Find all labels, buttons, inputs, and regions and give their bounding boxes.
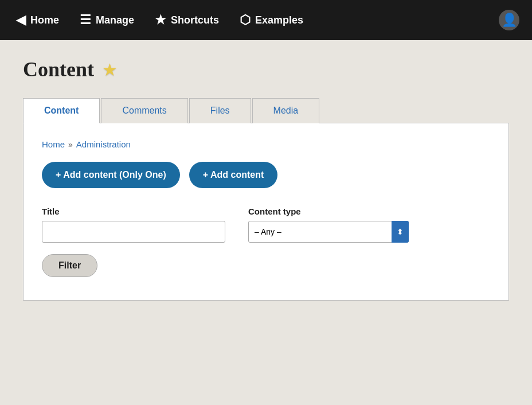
tabs-container: Content Comments Files Media [23,98,509,123]
content-type-filter-field: Content type – Any – ⬍ [248,207,409,243]
nav-manage[interactable]: ☰ Manage [69,0,144,40]
page-title: Content [23,57,94,81]
content-type-select[interactable]: – Any – [248,221,409,243]
breadcrumb-admin[interactable]: Administration [76,139,131,149]
content-panel: Home » Administration + Add content (Onl… [23,123,509,301]
nav-examples[interactable]: ⬡ Examples [229,0,314,40]
star-nav-icon: ★ [155,13,166,28]
content-type-label: Content type [248,207,409,216]
nav-home-label: Home [30,14,59,26]
nav-examples-label: Examples [255,14,303,26]
filter-section: Title Content type – Any – ⬍ Filter [42,207,490,277]
drop-icon: ⬡ [240,13,251,28]
menu-icon: ☰ [80,13,91,28]
tab-content[interactable]: Content [23,98,100,123]
breadcrumb: Home » Administration [42,139,490,149]
action-buttons: + Add content (Only One) + Add content [42,162,490,188]
nav-manage-label: Manage [96,14,134,26]
tab-media[interactable]: Media [252,98,320,123]
title-filter-field: Title [42,207,225,243]
filter-button[interactable]: Filter [42,254,97,277]
breadcrumb-separator: » [68,140,73,149]
tab-files[interactable]: Files [189,98,251,123]
main-content: Content ★ Content Comments Files Media H… [0,40,532,312]
filter-row: Title Content type – Any – ⬍ [42,207,490,243]
user-menu[interactable]: 👤 [492,10,526,30]
favorite-star-icon[interactable]: ★ [102,60,118,80]
tab-comments[interactable]: Comments [101,98,187,123]
content-type-select-wrapper: – Any – ⬍ [248,221,409,243]
avatar: 👤 [499,10,519,30]
nav-home[interactable]: ◀ Home [6,0,69,40]
page-title-row: Content ★ [23,57,509,81]
topbar: ◀ Home ☰ Manage ★ Shortcuts ⬡ Examples 👤 [0,0,532,40]
nav-shortcuts[interactable]: ★ Shortcuts [144,0,229,40]
add-content-button[interactable]: + Add content [189,162,278,188]
title-input[interactable] [42,221,225,243]
breadcrumb-home[interactable]: Home [42,139,65,149]
nav-shortcuts-label: Shortcuts [171,14,219,26]
add-content-only-one-button[interactable]: + Add content (Only One) [42,162,180,188]
back-icon: ◀ [16,13,26,28]
title-label: Title [42,207,225,216]
